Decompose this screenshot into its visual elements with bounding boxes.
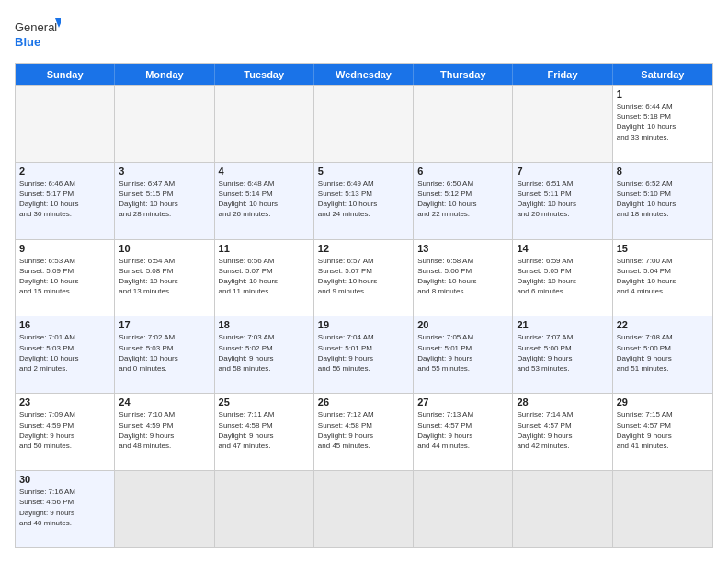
cell-info: Sunrise: 6:56 AM Sunset: 5:07 PM Dayligh… bbox=[219, 256, 310, 297]
cal-cell-2-3: 12Sunrise: 6:57 AM Sunset: 5:07 PM Dayli… bbox=[314, 240, 414, 316]
day-number: 16 bbox=[19, 319, 110, 330]
day-number: 11 bbox=[219, 243, 310, 254]
cal-cell-0-6: 1Sunrise: 6:44 AM Sunset: 5:18 PM Daylig… bbox=[613, 86, 712, 162]
cell-info: Sunrise: 7:13 AM Sunset: 4:57 PM Dayligh… bbox=[417, 409, 508, 451]
header: General Blue bbox=[15, 15, 713, 56]
day-number: 19 bbox=[318, 319, 409, 330]
cell-info: Sunrise: 7:05 AM Sunset: 5:01 PM Dayligh… bbox=[417, 332, 508, 373]
cal-cell-1-0: 2Sunrise: 6:46 AM Sunset: 5:17 PM Daylig… bbox=[16, 163, 115, 239]
cal-cell-2-2: 11Sunrise: 6:56 AM Sunset: 5:07 PM Dayli… bbox=[215, 240, 314, 316]
cal-cell-5-5 bbox=[513, 471, 612, 547]
cell-info: Sunrise: 7:10 AM Sunset: 4:59 PM Dayligh… bbox=[119, 409, 210, 451]
cal-cell-5-2 bbox=[215, 471, 314, 547]
day-number: 3 bbox=[119, 166, 210, 177]
cal-cell-1-4: 6Sunrise: 6:50 AM Sunset: 5:12 PM Daylig… bbox=[414, 163, 513, 239]
week-row-5: 30Sunrise: 7:16 AM Sunset: 4:56 PM Dayli… bbox=[16, 470, 712, 547]
day-number: 24 bbox=[119, 396, 210, 408]
cell-info: Sunrise: 6:59 AM Sunset: 5:05 PM Dayligh… bbox=[517, 256, 608, 297]
cal-cell-3-0: 16Sunrise: 7:01 AM Sunset: 5:03 PM Dayli… bbox=[16, 316, 115, 393]
header-wednesday: Wednesday bbox=[314, 64, 414, 85]
cell-info: Sunrise: 6:52 AM Sunset: 5:10 PM Dayligh… bbox=[617, 178, 709, 220]
cal-cell-0-1 bbox=[115, 86, 214, 162]
day-number: 27 bbox=[417, 396, 508, 408]
header-sunday: Sunday bbox=[16, 64, 115, 85]
day-number: 28 bbox=[517, 396, 608, 408]
cell-info: Sunrise: 6:48 AM Sunset: 5:14 PM Dayligh… bbox=[219, 178, 310, 220]
cal-cell-2-6: 15Sunrise: 7:00 AM Sunset: 5:04 PM Dayli… bbox=[613, 240, 712, 316]
cal-cell-5-3 bbox=[314, 471, 414, 547]
cal-cell-0-3 bbox=[314, 86, 414, 162]
cell-info: Sunrise: 7:12 AM Sunset: 4:58 PM Dayligh… bbox=[318, 409, 409, 451]
day-number: 10 bbox=[119, 243, 210, 254]
day-number: 23 bbox=[19, 396, 110, 408]
day-number: 9 bbox=[19, 243, 110, 254]
cell-info: Sunrise: 6:57 AM Sunset: 5:07 PM Dayligh… bbox=[318, 256, 409, 297]
cell-info: Sunrise: 7:15 AM Sunset: 4:57 PM Dayligh… bbox=[617, 409, 709, 451]
header-friday: Friday bbox=[513, 64, 612, 85]
day-number: 20 bbox=[417, 319, 508, 330]
cell-info: Sunrise: 7:07 AM Sunset: 5:00 PM Dayligh… bbox=[517, 332, 608, 373]
day-number: 17 bbox=[119, 319, 210, 330]
cal-cell-3-3: 19Sunrise: 7:04 AM Sunset: 5:01 PM Dayli… bbox=[314, 316, 414, 393]
day-number: 22 bbox=[617, 319, 709, 330]
cal-cell-2-1: 10Sunrise: 6:54 AM Sunset: 5:08 PM Dayli… bbox=[115, 240, 214, 316]
week-row-2: 9Sunrise: 6:53 AM Sunset: 5:09 PM Daylig… bbox=[16, 239, 712, 316]
cell-info: Sunrise: 6:49 AM Sunset: 5:13 PM Dayligh… bbox=[318, 178, 409, 220]
cell-info: Sunrise: 6:46 AM Sunset: 5:17 PM Dayligh… bbox=[19, 178, 110, 220]
day-number: 18 bbox=[219, 319, 310, 330]
cal-cell-3-1: 17Sunrise: 7:02 AM Sunset: 5:03 PM Dayli… bbox=[115, 316, 214, 393]
cell-info: Sunrise: 7:09 AM Sunset: 4:59 PM Dayligh… bbox=[19, 409, 110, 451]
day-number: 7 bbox=[517, 166, 608, 177]
cell-info: Sunrise: 6:54 AM Sunset: 5:08 PM Dayligh… bbox=[119, 256, 210, 297]
cell-info: Sunrise: 7:14 AM Sunset: 4:57 PM Dayligh… bbox=[517, 409, 608, 451]
day-number: 5 bbox=[318, 166, 409, 177]
calendar: SundayMondayTuesdayWednesdayThursdayFrid… bbox=[15, 63, 713, 548]
cal-cell-2-4: 13Sunrise: 6:58 AM Sunset: 5:06 PM Dayli… bbox=[414, 240, 513, 316]
cell-info: Sunrise: 6:53 AM Sunset: 5:09 PM Dayligh… bbox=[19, 256, 110, 297]
day-number: 2 bbox=[19, 166, 110, 177]
cal-cell-4-3: 26Sunrise: 7:12 AM Sunset: 4:58 PM Dayli… bbox=[314, 394, 414, 470]
cell-info: Sunrise: 7:16 AM Sunset: 4:56 PM Dayligh… bbox=[19, 487, 110, 528]
cal-cell-3-5: 21Sunrise: 7:07 AM Sunset: 5:00 PM Dayli… bbox=[513, 316, 612, 393]
cal-cell-0-2 bbox=[215, 86, 314, 162]
week-row-0: 1Sunrise: 6:44 AM Sunset: 5:18 PM Daylig… bbox=[16, 85, 712, 162]
cal-cell-0-5 bbox=[513, 86, 612, 162]
header-tuesday: Tuesday bbox=[215, 64, 314, 85]
day-number: 4 bbox=[219, 166, 310, 177]
week-row-4: 23Sunrise: 7:09 AM Sunset: 4:59 PM Dayli… bbox=[16, 393, 712, 470]
day-number: 12 bbox=[318, 243, 409, 254]
calendar-body: 1Sunrise: 6:44 AM Sunset: 5:18 PM Daylig… bbox=[16, 85, 712, 547]
header-saturday: Saturday bbox=[613, 64, 712, 85]
day-number: 21 bbox=[517, 319, 608, 330]
cal-cell-5-1 bbox=[115, 471, 214, 547]
cal-cell-0-4 bbox=[414, 86, 513, 162]
cell-info: Sunrise: 7:04 AM Sunset: 5:01 PM Dayligh… bbox=[318, 332, 409, 373]
logo: General Blue bbox=[15, 15, 61, 56]
cell-info: Sunrise: 7:11 AM Sunset: 4:58 PM Dayligh… bbox=[219, 409, 310, 451]
cal-cell-4-5: 28Sunrise: 7:14 AM Sunset: 4:57 PM Dayli… bbox=[513, 394, 612, 470]
day-number: 29 bbox=[617, 396, 709, 408]
calendar-header: SundayMondayTuesdayWednesdayThursdayFrid… bbox=[16, 64, 712, 85]
cal-cell-4-2: 25Sunrise: 7:11 AM Sunset: 4:58 PM Dayli… bbox=[215, 394, 314, 470]
cell-info: Sunrise: 7:08 AM Sunset: 5:00 PM Dayligh… bbox=[617, 332, 709, 373]
logo-svg: General Blue bbox=[15, 15, 61, 56]
cell-info: Sunrise: 6:51 AM Sunset: 5:11 PM Dayligh… bbox=[517, 178, 608, 220]
day-number: 1 bbox=[617, 88, 709, 99]
cell-info: Sunrise: 7:02 AM Sunset: 5:03 PM Dayligh… bbox=[119, 332, 210, 373]
cell-info: Sunrise: 6:50 AM Sunset: 5:12 PM Dayligh… bbox=[417, 178, 508, 220]
day-number: 8 bbox=[617, 166, 709, 177]
day-number: 13 bbox=[417, 243, 508, 254]
cal-cell-2-0: 9Sunrise: 6:53 AM Sunset: 5:09 PM Daylig… bbox=[16, 240, 115, 316]
week-row-3: 16Sunrise: 7:01 AM Sunset: 5:03 PM Dayli… bbox=[16, 316, 712, 393]
cal-cell-4-4: 27Sunrise: 7:13 AM Sunset: 4:57 PM Dayli… bbox=[414, 394, 513, 470]
cell-info: Sunrise: 7:01 AM Sunset: 5:03 PM Dayligh… bbox=[19, 332, 110, 373]
cell-info: Sunrise: 7:03 AM Sunset: 5:02 PM Dayligh… bbox=[219, 332, 310, 373]
cell-info: Sunrise: 6:44 AM Sunset: 5:18 PM Dayligh… bbox=[617, 101, 709, 143]
page: General Blue SundayMondayTuesdayWednesda… bbox=[0, 0, 728, 563]
day-number: 30 bbox=[19, 474, 110, 485]
cal-cell-3-6: 22Sunrise: 7:08 AM Sunset: 5:00 PM Dayli… bbox=[613, 316, 712, 393]
cal-cell-3-4: 20Sunrise: 7:05 AM Sunset: 5:01 PM Dayli… bbox=[414, 316, 513, 393]
day-number: 15 bbox=[617, 243, 709, 254]
week-row-1: 2Sunrise: 6:46 AM Sunset: 5:17 PM Daylig… bbox=[16, 162, 712, 239]
day-number: 6 bbox=[417, 166, 508, 177]
